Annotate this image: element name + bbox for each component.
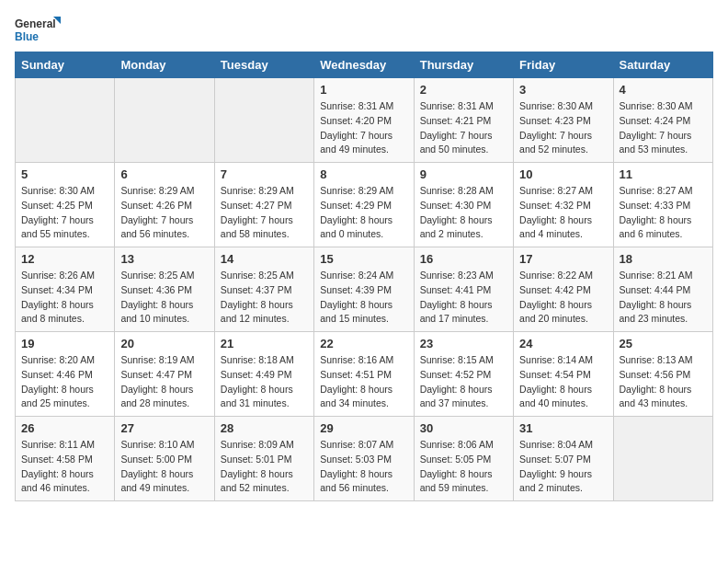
calendar-cell: 11Sunrise: 8:27 AMSunset: 4:33 PMDayligh…	[613, 163, 712, 247]
calendar-cell: 18Sunrise: 8:21 AMSunset: 4:44 PMDayligh…	[613, 247, 712, 332]
calendar-cell: 27Sunrise: 8:10 AMSunset: 5:00 PMDayligh…	[115, 417, 214, 501]
calendar-cell: 10Sunrise: 8:27 AMSunset: 4:32 PMDayligh…	[514, 163, 613, 247]
day-number: 17	[519, 252, 607, 266]
week-row-3: 12Sunrise: 8:26 AMSunset: 4:34 PMDayligh…	[16, 247, 713, 332]
day-number: 26	[21, 421, 108, 435]
day-info: Sunrise: 8:29 AMSunset: 4:29 PMDaylight:…	[320, 184, 407, 242]
calendar-cell: 1Sunrise: 8:31 AMSunset: 4:20 PMDaylight…	[314, 78, 414, 163]
day-number: 9	[420, 167, 507, 181]
day-info: Sunrise: 8:29 AMSunset: 4:26 PMDaylight:…	[120, 184, 208, 242]
day-info: Sunrise: 8:13 AMSunset: 4:56 PMDaylight:…	[620, 353, 707, 411]
day-info: Sunrise: 8:20 AMSunset: 4:46 PMDaylight:…	[21, 353, 108, 411]
day-number: 4	[620, 83, 707, 97]
day-info: Sunrise: 8:15 AMSunset: 4:52 PMDaylight:…	[420, 353, 507, 411]
calendar-cell	[214, 78, 313, 163]
day-number: 7	[221, 167, 308, 181]
day-header-monday: Monday	[115, 52, 214, 78]
day-number: 2	[420, 83, 507, 97]
day-number: 31	[519, 421, 607, 435]
day-number: 12	[21, 252, 108, 266]
day-info: Sunrise: 8:27 AMSunset: 4:32 PMDaylight:…	[519, 184, 607, 242]
header-row: SundayMondayTuesdayWednesdayThursdayFrid…	[16, 52, 713, 78]
day-number: 3	[519, 83, 607, 97]
day-header-sunday: Sunday	[16, 52, 115, 78]
day-header-tuesday: Tuesday	[214, 52, 313, 78]
day-info: Sunrise: 8:23 AMSunset: 4:41 PMDaylight:…	[420, 269, 507, 327]
calendar-cell: 15Sunrise: 8:24 AMSunset: 4:39 PMDayligh…	[314, 247, 414, 332]
calendar-cell: 28Sunrise: 8:09 AMSunset: 5:01 PMDayligh…	[214, 417, 313, 501]
calendar-cell: 25Sunrise: 8:13 AMSunset: 4:56 PMDayligh…	[613, 332, 712, 417]
day-number: 6	[120, 167, 208, 181]
day-info: Sunrise: 8:16 AMSunset: 4:51 PMDaylight:…	[320, 353, 407, 411]
calendar-cell: 13Sunrise: 8:25 AMSunset: 4:36 PMDayligh…	[115, 247, 214, 332]
calendar-cell: 12Sunrise: 8:26 AMSunset: 4:34 PMDayligh…	[16, 247, 115, 332]
day-header-thursday: Thursday	[414, 52, 513, 78]
week-row-2: 5Sunrise: 8:30 AMSunset: 4:25 PMDaylight…	[16, 163, 713, 247]
day-info: Sunrise: 8:31 AMSunset: 4:20 PMDaylight:…	[320, 99, 407, 157]
calendar-cell	[613, 417, 712, 501]
day-number: 19	[21, 337, 108, 350]
calendar-cell: 16Sunrise: 8:23 AMSunset: 4:41 PMDayligh…	[414, 247, 513, 332]
day-info: Sunrise: 8:29 AMSunset: 4:27 PMDaylight:…	[221, 184, 308, 242]
day-info: Sunrise: 8:06 AMSunset: 5:05 PMDaylight:…	[420, 438, 507, 496]
day-info: Sunrise: 8:07 AMSunset: 5:03 PMDaylight:…	[320, 438, 407, 496]
day-number: 10	[519, 167, 607, 181]
calendar-cell: 17Sunrise: 8:22 AMSunset: 4:42 PMDayligh…	[514, 247, 613, 332]
calendar-table: SundayMondayTuesdayWednesdayThursdayFrid…	[15, 52, 713, 501]
logo: General Blue	[15, 15, 61, 44]
day-info: Sunrise: 8:21 AMSunset: 4:44 PMDaylight:…	[620, 269, 707, 327]
day-number: 28	[221, 421, 308, 435]
calendar-cell: 5Sunrise: 8:30 AMSunset: 4:25 PMDaylight…	[16, 163, 115, 247]
calendar-cell: 8Sunrise: 8:29 AMSunset: 4:29 PMDaylight…	[314, 163, 414, 247]
day-info: Sunrise: 8:30 AMSunset: 4:25 PMDaylight:…	[21, 184, 108, 242]
calendar-cell: 23Sunrise: 8:15 AMSunset: 4:52 PMDayligh…	[414, 332, 513, 417]
day-number: 5	[21, 167, 108, 181]
day-header-saturday: Saturday	[613, 52, 712, 78]
day-number: 16	[420, 252, 507, 266]
day-number: 1	[320, 83, 407, 97]
day-number: 14	[221, 252, 308, 266]
calendar-cell: 26Sunrise: 8:11 AMSunset: 4:58 PMDayligh…	[16, 417, 115, 501]
day-header-friday: Friday	[514, 52, 613, 78]
calendar-cell: 3Sunrise: 8:30 AMSunset: 4:23 PMDaylight…	[514, 78, 613, 163]
day-info: Sunrise: 8:30 AMSunset: 4:23 PMDaylight:…	[519, 99, 607, 157]
day-info: Sunrise: 8:30 AMSunset: 4:24 PMDaylight:…	[620, 99, 707, 157]
logo-svg: General Blue	[15, 15, 61, 44]
week-row-4: 19Sunrise: 8:20 AMSunset: 4:46 PMDayligh…	[16, 332, 713, 417]
day-info: Sunrise: 8:18 AMSunset: 4:49 PMDaylight:…	[221, 353, 308, 411]
day-number: 25	[620, 337, 707, 350]
day-info: Sunrise: 8:28 AMSunset: 4:30 PMDaylight:…	[420, 184, 507, 242]
day-info: Sunrise: 8:09 AMSunset: 5:01 PMDaylight:…	[221, 438, 308, 496]
day-number: 27	[120, 421, 208, 435]
day-info: Sunrise: 8:19 AMSunset: 4:47 PMDaylight:…	[120, 353, 208, 411]
day-info: Sunrise: 8:11 AMSunset: 4:58 PMDaylight:…	[21, 438, 108, 496]
day-number: 8	[320, 167, 407, 181]
calendar-cell: 31Sunrise: 8:04 AMSunset: 5:07 PMDayligh…	[514, 417, 613, 501]
calendar-cell: 19Sunrise: 8:20 AMSunset: 4:46 PMDayligh…	[16, 332, 115, 417]
calendar-cell: 21Sunrise: 8:18 AMSunset: 4:49 PMDayligh…	[214, 332, 313, 417]
svg-text:General: General	[15, 17, 56, 30]
day-number: 15	[320, 252, 407, 266]
svg-text:Blue: Blue	[15, 30, 39, 43]
day-info: Sunrise: 8:22 AMSunset: 4:42 PMDaylight:…	[519, 269, 607, 327]
calendar-cell: 2Sunrise: 8:31 AMSunset: 4:21 PMDaylight…	[414, 78, 513, 163]
calendar-cell: 9Sunrise: 8:28 AMSunset: 4:30 PMDaylight…	[414, 163, 513, 247]
day-number: 29	[320, 421, 407, 435]
day-number: 18	[620, 252, 707, 266]
day-header-wednesday: Wednesday	[314, 52, 414, 78]
day-number: 21	[221, 337, 308, 350]
calendar-cell: 22Sunrise: 8:16 AMSunset: 4:51 PMDayligh…	[314, 332, 414, 417]
calendar-cell: 29Sunrise: 8:07 AMSunset: 5:03 PMDayligh…	[314, 417, 414, 501]
day-info: Sunrise: 8:31 AMSunset: 4:21 PMDaylight:…	[420, 99, 507, 157]
day-number: 20	[120, 337, 208, 350]
day-number: 11	[620, 167, 707, 181]
calendar-cell: 30Sunrise: 8:06 AMSunset: 5:05 PMDayligh…	[414, 417, 513, 501]
week-row-1: 1Sunrise: 8:31 AMSunset: 4:20 PMDaylight…	[16, 78, 713, 163]
page-header: General Blue	[15, 15, 713, 44]
day-info: Sunrise: 8:04 AMSunset: 5:07 PMDaylight:…	[519, 438, 607, 496]
day-info: Sunrise: 8:27 AMSunset: 4:33 PMDaylight:…	[620, 184, 707, 242]
day-number: 24	[519, 337, 607, 350]
calendar-cell: 24Sunrise: 8:14 AMSunset: 4:54 PMDayligh…	[514, 332, 613, 417]
day-info: Sunrise: 8:24 AMSunset: 4:39 PMDaylight:…	[320, 269, 407, 327]
day-info: Sunrise: 8:10 AMSunset: 5:00 PMDaylight:…	[120, 438, 208, 496]
